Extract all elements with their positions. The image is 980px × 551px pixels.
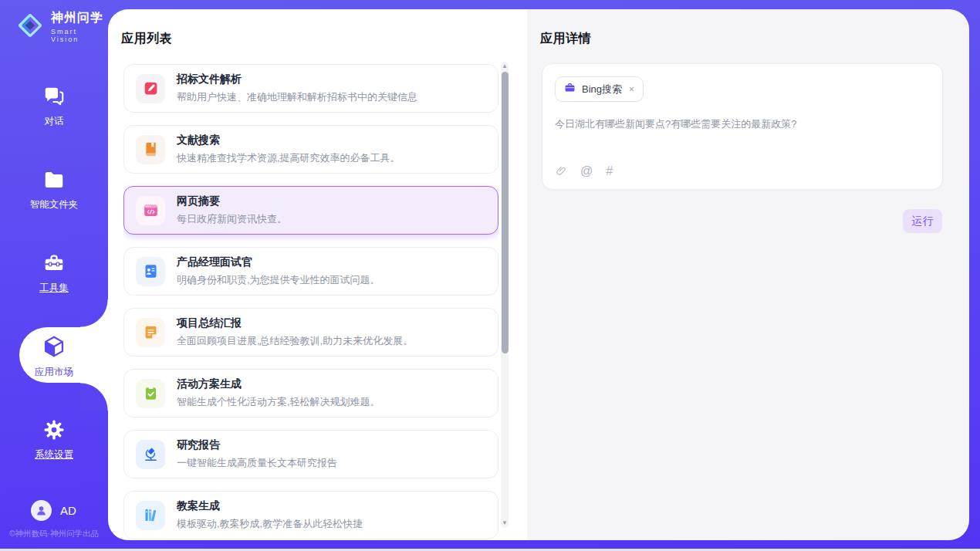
books-icon — [136, 501, 165, 530]
microscope-icon — [136, 440, 165, 469]
brand-logo: 神州问学 Smart Vision — [15, 10, 108, 43]
app-card[interactable]: 招标文件解析 帮助用户快速、准确地理解和解析招标书中的关键信息 — [123, 64, 498, 113]
app-card-description: 每日政府新闻资讯快查。 — [177, 212, 287, 226]
app-card-description: 明确身份和职责,为您提供专业性的面试问题。 — [177, 273, 380, 287]
app-card-title: 教案生成 — [177, 499, 363, 513]
user-name: AD — [60, 504, 76, 517]
brand-subtitle: Smart Vision — [51, 28, 108, 43]
app-card[interactable]: 活动方案生成 智能生成个性化活动方案,轻松解决规划难题。 — [123, 369, 498, 417]
sidebar-item-gear[interactable]: 系统设置 — [0, 415, 108, 465]
main-content: 应用列表 招标文件解析 帮助用户快速、准确地理解和解析招标书中的关键信息 文献搜… — [108, 9, 969, 540]
app-card-description: 帮助用户快速、准确地理解和解析招标书中的关键信息 — [177, 90, 417, 104]
scroll-up-icon[interactable]: ▲ — [501, 63, 509, 70]
cube-icon — [42, 334, 66, 362]
chat-icon — [42, 85, 66, 111]
scrollbar-thumb[interactable] — [502, 72, 509, 353]
list-scrollbar[interactable]: ▲ ▼ — [501, 62, 509, 528]
close-icon[interactable]: × — [629, 84, 634, 95]
sidebar: 神州问学 Smart Vision 对话 智能文件夹 工具集 应用市场 系统设置 — [0, 0, 108, 549]
at-icon[interactable]: @ — [580, 165, 593, 177]
app-card-title: 活动方案生成 — [177, 377, 380, 391]
app-card-title: 项目总结汇报 — [177, 316, 413, 330]
app-card-description: 模板驱动,教案秒成,教学准备从此轻松快捷 — [177, 517, 363, 531]
app-card[interactable]: 研究报告 一键智能生成高质量长文本研究报告 — [123, 430, 498, 478]
scroll-down-icon[interactable]: ▼ — [501, 519, 509, 527]
edit-doc-icon — [136, 74, 165, 103]
app-card[interactable]: 教案生成 模板驱动,教案秒成,教学准备从此轻松快捷 — [123, 491, 498, 539]
app-card[interactable]: 网页摘要 每日政府新闻资讯快查。 — [123, 186, 498, 235]
app-card-title: 研究报告 — [177, 438, 337, 452]
book-icon — [136, 135, 165, 164]
toolbox-icon — [42, 252, 66, 278]
sidebar-item-folder[interactable]: 智能文件夹 — [0, 165, 108, 215]
sidebar-item-cube[interactable]: 应用市场 — [0, 332, 108, 381]
sidebar-item-toolbox[interactable]: 工具集 — [0, 248, 108, 298]
plan-clipboard-icon — [136, 379, 165, 408]
run-button[interactable]: 运行 — [903, 209, 942, 233]
interviewer-icon — [136, 257, 165, 286]
app-card-description: 一键智能生成高质量长文本研究报告 — [177, 456, 337, 470]
app-detail-title: 应用详情 — [540, 31, 591, 47]
app-card[interactable]: 项目总结汇报 全面回顾项目进展,总结经验教训,助力未来优化发展。 — [123, 308, 498, 357]
app-card-title: 招标文件解析 — [177, 73, 417, 86]
app-card[interactable]: 产品经理面试官 明确身份和职责,为您提供专业性的面试问题。 — [123, 247, 498, 296]
app-card[interactable]: 文献搜索 快速精准查找学术资源,提高研究效率的必备工具。 — [123, 125, 498, 174]
brand-diamond-icon — [15, 11, 45, 43]
briefcase-icon — [564, 82, 576, 96]
query-input[interactable]: 今日湖北有哪些新闻要点?有哪些需要关注的最新政策? — [555, 117, 930, 132]
hash-icon[interactable]: # — [606, 165, 613, 177]
bubble-notch-bottom — [80, 383, 108, 411]
copyright-footer: ©神州数码·神州问学出品 — [0, 529, 108, 539]
app-card-title: 产品经理面试官 — [177, 255, 380, 269]
gear-icon — [42, 418, 66, 445]
webpage-icon — [136, 196, 165, 225]
app-card-title: 文献搜索 — [177, 134, 400, 147]
app-card-list: 招标文件解析 帮助用户快速、准确地理解和解析招标书中的关键信息 文献搜索 快速精… — [123, 64, 498, 540]
paperclip-icon[interactable] — [556, 164, 567, 177]
attachment-toolbar: @# — [556, 164, 613, 177]
app-list-title: 应用列表 — [121, 31, 172, 47]
app-list-panel: 应用列表 招标文件解析 帮助用户快速、准确地理解和解析招标书中的关键信息 文献搜… — [108, 9, 527, 540]
tool-tag-bing-search[interactable]: Bing搜索 × — [555, 76, 644, 102]
prompt-card: Bing搜索 × 今日湖北有哪些新闻要点?有哪些需要关注的最新政策? @# — [542, 63, 943, 190]
user-account[interactable]: AD — [31, 500, 76, 521]
app-card-title: 网页摘要 — [177, 194, 287, 208]
app-card-description: 快速精准查找学术资源,提高研究效率的必备工具。 — [177, 151, 400, 165]
sidebar-item-chat[interactable]: 对话 — [0, 82, 108, 131]
tool-tag-label: Bing搜索 — [582, 83, 622, 96]
app-frame: 神州问学 Smart Vision 对话 智能文件夹 工具集 应用市场 系统设置 — [0, 0, 980, 549]
folder-icon — [42, 168, 66, 194]
app-detail-panel: 应用详情 Bing搜索 × 今日湖北有哪些新闻要点?有哪些需要关注的最新政策? … — [527, 9, 969, 540]
bubble-notch-top — [80, 299, 108, 327]
app-card-description: 全面回顾项目进展,总结经验教训,助力未来优化发展。 — [177, 334, 413, 348]
app-card-description: 智能生成个性化活动方案,轻松解决规划难题。 — [177, 395, 380, 409]
report-note-icon — [136, 318, 165, 347]
brand-name: 神州问学 — [51, 10, 108, 26]
avatar[interactable] — [31, 500, 52, 521]
